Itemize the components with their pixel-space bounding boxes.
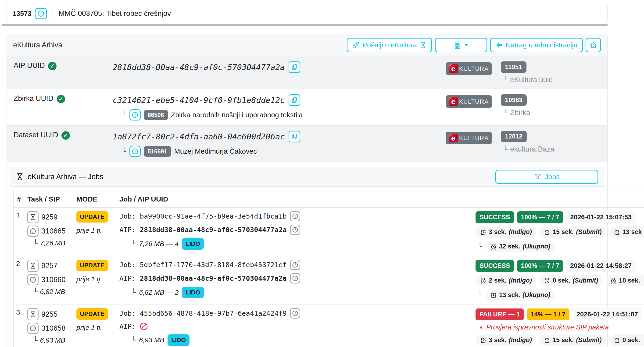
col-header-mode: MODE <box>73 191 116 207</box>
tree-corner-icon: └ <box>34 288 38 296</box>
record-id: 13573 <box>12 10 32 17</box>
hourglass-icon <box>30 262 36 269</box>
ekultura-badge: e KULTURA <box>446 132 492 144</box>
task-cell: 9259 310665 └7,26 MB <box>24 208 73 256</box>
error-message: • Provjera ispravnosti strukture SIP pak… <box>480 324 644 331</box>
job-row: 2 9257 310660 └6,82 MB UPDATE prije 1 tj… <box>14 256 644 305</box>
col-header-num: # <box>14 191 24 207</box>
hourglass-icon <box>30 311 36 318</box>
tree-corner-icon: └ <box>122 111 126 119</box>
ekultura-logo: e <box>449 97 458 106</box>
divider <box>52 7 53 20</box>
job-info-button[interactable] <box>290 308 300 319</box>
copy-button[interactable] <box>288 94 300 106</box>
back-to-admin-button[interactable]: Natrag u administraciju <box>490 38 583 52</box>
jobs-title: eKultura Arhiva — Jobs <box>16 173 103 181</box>
archive-actions: Pošalji u eKultura Natrag u administraci… <box>347 38 601 52</box>
hourglass-icon <box>30 214 36 221</box>
info-icon <box>292 310 299 317</box>
job-cell: Job: 455bd656-4878-418e-97b7-6ea41a2424f… <box>116 305 472 347</box>
task-size: 7,26 MB <box>40 239 65 247</box>
time-pill-clipped: 13 sek <box>609 226 644 238</box>
copy-button[interactable] <box>288 61 300 73</box>
info-icon <box>29 227 37 235</box>
ref-id-badge: 10963 <box>501 94 527 106</box>
header-divider <box>2 24 608 26</box>
alarm-icon <box>544 337 550 344</box>
status-cell: SUCCESS 100% — 7 / 7 2026-01-22 15:07:53… <box>472 208 644 256</box>
uuid-row-aip: AIP UUID ✓ 2818dd38-00aa-48c9-af0c-57030… <box>7 56 607 89</box>
tree-corner-icon: └ <box>503 109 507 117</box>
ref-label: Zbirka <box>510 109 530 117</box>
alarm-icon <box>544 229 550 235</box>
arrow-left-icon <box>496 41 503 49</box>
sip-info-button[interactable] <box>27 274 38 285</box>
col-header-job: Job / AIP UUID <box>116 191 472 207</box>
job-info-button[interactable] <box>290 260 300 270</box>
job-cell: Job: ba9900cc-91ae-4f75-b9ea-3e54d1fbca1… <box>116 208 472 256</box>
status-badge: FAILURE — 1 <box>476 309 524 320</box>
tree-corner-icon: └ <box>503 145 507 153</box>
ref-cell: 10963 └ Zbirka <box>496 89 607 125</box>
home-button[interactable] <box>586 38 601 52</box>
tree-corner-icon: └ <box>132 336 136 344</box>
ref-label: ekultura:Baza <box>510 145 554 153</box>
time-pill-submit: 15 sek.(Submit) <box>539 226 606 238</box>
uuid-cell: 1a872fc7-80c2-4dfa-aa60-04e600d206ac └ 5… <box>113 126 496 162</box>
sip-info-button[interactable] <box>27 226 38 237</box>
aip-detail: 7,26 MB — 4 <box>139 240 178 248</box>
task-hourglass-button[interactable] <box>27 308 38 320</box>
time-pill-indigo: 2 sek.(Indigo) <box>476 275 536 286</box>
col-header-status <box>472 191 644 207</box>
info-button[interactable] <box>130 109 141 120</box>
funnel-icon <box>534 173 542 181</box>
uuid-row-dataset: Dataset UUID ✓ 1a872fc7-80c2-4dfa-aa60-0… <box>7 126 607 162</box>
record-info-button[interactable] <box>35 8 47 19</box>
task-hourglass-button[interactable] <box>27 260 38 272</box>
uuid-value: 1a872fc7-80c2-4dfa-aa60-04e600d206ac <box>113 132 285 141</box>
archive-card-header: eKultura Arhiva Pošalji u eKultura Natra… <box>7 34 607 56</box>
progress-badge: 100% — 7 / 7 <box>517 260 564 272</box>
task-hourglass-button[interactable] <box>27 211 38 223</box>
time-pill-clipped: 10 sek. <box>606 275 644 286</box>
info-icon <box>292 213 299 220</box>
jobs-card-header: eKultura Arhiva — Jobs Jobs <box>10 167 604 187</box>
task-id: 9259 <box>41 213 58 221</box>
job-info-button[interactable] <box>290 211 300 221</box>
aip-info-button[interactable] <box>290 273 300 284</box>
status-badge: SUCCESS <box>476 260 514 272</box>
actions-dropdown-button[interactable] <box>435 38 487 52</box>
mode-cell: UPDATE prije 1 tj. <box>73 208 116 256</box>
tree-corner-icon: └ <box>478 242 482 251</box>
row-label: AIP UUID ✓ <box>7 56 113 89</box>
status-cell: SUCCESS 100% — 7 / 7 2026-01-22 14:58:27… <box>472 256 644 305</box>
timestamp: 2026-01-22 14:58:27 <box>566 260 636 272</box>
progress-badge: 100% — 7 / 7 <box>517 211 564 223</box>
format-badge: LIDO <box>182 238 204 250</box>
tree-corner-icon: └ <box>478 291 482 299</box>
row-label: Dataset UUID ✓ <box>7 126 113 162</box>
send-to-ekultura-button[interactable]: Pošalji u eKultura <box>347 38 432 52</box>
aip-info-button[interactable] <box>290 225 300 235</box>
info-icon <box>131 111 139 119</box>
ref-label: eKultura:uuid <box>510 76 553 84</box>
sip-id: 310658 <box>41 324 66 333</box>
time-pill-indigo: 3 sek.(Indigo) <box>476 335 536 346</box>
timestamp: 2026-01-22 15:07:53 <box>566 211 636 223</box>
tree-corner-icon: └ <box>122 147 126 156</box>
jobs-filter-button[interactable]: Jobs <box>496 170 598 184</box>
alarm-icon <box>544 277 550 284</box>
row-number: 2 <box>14 256 24 305</box>
alarm-icon <box>490 292 497 299</box>
mode-cell: UPDATE prije 1 tj. <box>73 305 116 347</box>
sub-name: Zbirka narodnih nošnji i uporabnog tekst… <box>171 111 303 119</box>
copy-button[interactable] <box>288 131 300 142</box>
alarm-icon <box>490 243 497 250</box>
info-button[interactable] <box>130 146 141 157</box>
mode-age: prije 1 tj. <box>76 227 112 234</box>
task-size: 6,82 MB <box>40 288 65 296</box>
sip-info-button[interactable] <box>27 323 38 334</box>
ref-id-badge: 12012 <box>501 131 527 142</box>
ekultura-logo: e <box>449 134 458 142</box>
job-uuid: 5dbfef17-1770-43d7-8184-8feb453721ef <box>140 261 287 269</box>
